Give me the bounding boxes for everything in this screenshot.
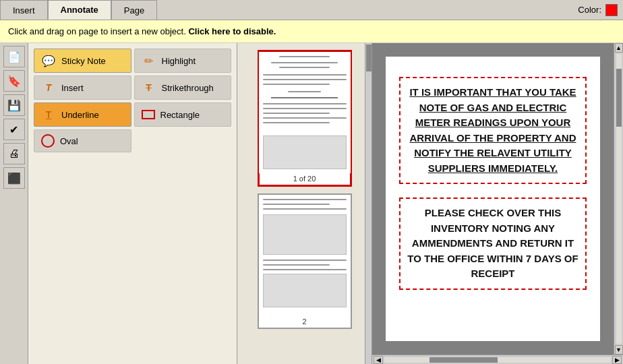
doc-horizontal-scrollbar[interactable]: ◀ ▶ xyxy=(372,355,623,364)
underline-button[interactable]: T Underline xyxy=(34,102,131,127)
insert-button[interactable]: T Insert xyxy=(34,75,131,100)
pages-scrollbar[interactable] xyxy=(365,43,372,364)
underline-icon: T xyxy=(41,107,56,122)
tab-annotate[interactable]: Annotate xyxy=(48,0,111,20)
tab-page[interactable]: Page xyxy=(111,0,157,20)
doc-page: IT IS IMPORTANT THAT YOU TAKE NOTE OF GA… xyxy=(386,57,600,341)
tool-pages-icon[interactable]: 📄 xyxy=(3,46,25,67)
highlight-label: Highlight xyxy=(162,56,196,66)
page-1-label: 1 of 20 xyxy=(293,173,316,185)
scroll-left-arrow[interactable]: ◀ xyxy=(374,356,383,364)
scroll-right-arrow[interactable]: ▶ xyxy=(612,356,622,364)
h-scroll-thumb xyxy=(429,357,498,363)
rectangle-label: Rectangle xyxy=(160,110,200,120)
scroll-thumb xyxy=(616,69,622,127)
insert-label: Insert xyxy=(61,83,84,93)
page-thumb-1[interactable]: 1 of 20 xyxy=(258,50,352,187)
notif-text: Click and drag on page to insert a new o… xyxy=(8,26,186,36)
color-text: Color: xyxy=(578,5,601,15)
tool-save-icon[interactable]: 💾 xyxy=(3,94,25,116)
thumb-table xyxy=(263,135,347,169)
annotation-panel: 💬 Sticky Note ✏ Highlight T Insert T Str… xyxy=(28,43,237,364)
sticky-note-icon: 💬 xyxy=(41,53,56,68)
highlight-button[interactable]: ✏ Highlight xyxy=(134,49,232,73)
color-label-area: Color: xyxy=(578,0,623,20)
highlight-icon: ✏ xyxy=(142,53,156,68)
strikethrough-label: Strikethrough xyxy=(162,83,214,93)
document-viewer: IT IS IMPORTANT THAT YOU TAKE NOTE OF GA… xyxy=(372,43,623,364)
insert-icon: T xyxy=(41,80,56,95)
oval-label: Oval xyxy=(60,136,78,146)
doc-paragraph-1: IT IS IMPORTANT THAT YOU TAKE NOTE OF GA… xyxy=(407,85,578,176)
page-thumb-2-image xyxy=(259,195,351,316)
page-2-label: 2 xyxy=(302,316,306,328)
top-bar: Insert Annotate Page Color: xyxy=(0,0,623,20)
doc-text-block-2: PLEASE CHECK OVER THIS INVENTORY NOTING … xyxy=(399,198,587,290)
underline-label: Underline xyxy=(61,110,99,120)
page-thumb-2[interactable]: 2 xyxy=(258,193,352,329)
icon-toolbar: 📄 🔖 💾 ✔ 🖨 ⬛ xyxy=(0,43,28,364)
sticky-note-button[interactable]: 💬 Sticky Note xyxy=(34,49,131,73)
main-area: 📄 🔖 💾 ✔ 🖨 ⬛ 💬 Sticky Note ✏ Highlight T … xyxy=(0,43,623,364)
tab-insert[interactable]: Insert xyxy=(0,0,48,20)
notification-bar: Click and drag on page to insert a new o… xyxy=(0,20,623,43)
doc-content: IT IS IMPORTANT THAT YOU TAKE NOTE OF GA… xyxy=(372,43,614,355)
color-swatch[interactable] xyxy=(605,4,618,16)
rectangle-icon xyxy=(142,110,155,119)
tool-window-icon[interactable]: ⬛ xyxy=(3,167,25,189)
scroll-up-arrow[interactable]: ▲ xyxy=(615,43,623,53)
scroll-down-arrow[interactable]: ▼ xyxy=(615,345,623,355)
tool-bookmark-icon[interactable]: 🔖 xyxy=(3,70,25,92)
scroll-track[interactable] xyxy=(616,54,622,344)
strikethrough-icon: T xyxy=(142,80,156,95)
tool-print-icon[interactable]: 🖨 xyxy=(3,143,25,164)
doc-vertical-scrollbar[interactable]: ▲ ▼ xyxy=(614,43,623,355)
doc-text-block-1: IT IS IMPORTANT THAT YOU TAKE NOTE OF GA… xyxy=(399,77,587,184)
h-scroll-track[interactable] xyxy=(384,357,611,363)
strikethrough-button[interactable]: T Strikethrough xyxy=(134,75,232,100)
notif-link[interactable]: Click here to disable. xyxy=(188,26,276,36)
rectangle-button[interactable]: Rectangle xyxy=(134,102,232,127)
pages-panel: 1 of 20 2 xyxy=(237,43,372,364)
oval-icon xyxy=(41,134,55,148)
doc-paragraph-2: PLEASE CHECK OVER THIS INVENTORY NOTING … xyxy=(407,206,578,282)
tool-check-icon[interactable]: ✔ xyxy=(3,119,25,140)
sticky-note-label: Sticky Note xyxy=(61,56,106,66)
oval-button[interactable]: Oval xyxy=(34,129,131,152)
pages-scrollbar-thumb xyxy=(366,44,372,71)
doc-area: IT IS IMPORTANT THAT YOU TAKE NOTE OF GA… xyxy=(372,43,623,355)
page-thumb-1-image xyxy=(259,52,351,173)
